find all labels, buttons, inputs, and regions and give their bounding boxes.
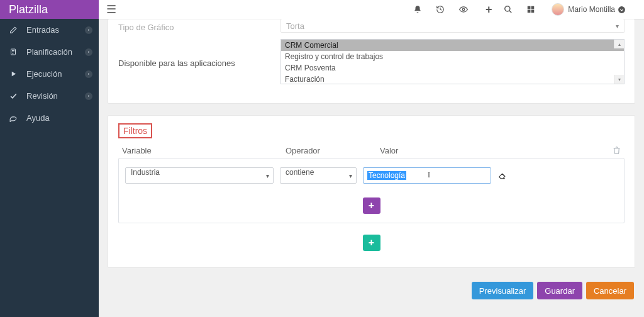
brand-text: Platzilla — [9, 3, 48, 16]
play-icon — [9, 70, 18, 79]
plus-icon: + — [369, 237, 374, 248]
tipo-grafico-select[interactable]: Torta — [280, 19, 625, 33]
sidebar-item-label: Entradas — [26, 25, 59, 35]
sidebar-item-ejecucion[interactable]: Ejecución › — [0, 63, 99, 85]
eye-icon[interactable] — [458, 5, 474, 14]
brand-logo: Platzilla — [0, 0, 99, 19]
filter-operator-select[interactable]: contiene — [280, 167, 357, 184]
notifications-icon[interactable] — [413, 5, 428, 14]
scroll-up-icon[interactable]: ▴ — [614, 40, 624, 48]
chevron-right-icon: › — [85, 92, 92, 100]
menu-toggle-icon[interactable]: ☰ — [106, 3, 116, 16]
svg-line-13 — [502, 174, 504, 175]
topbar: ☰ + Mario Montilla — [99, 0, 644, 19]
filters-panel: Filtros Variable Operador Valor Industri… — [108, 115, 635, 268]
plus-icon[interactable]: + — [481, 3, 496, 16]
sidebar-item-entradas[interactable]: Entradas › — [0, 19, 99, 41]
filter-row: Industria contiene Tecnología I — [125, 167, 618, 184]
svg-rect-8 — [528, 6, 531, 9]
scroll-down-icon[interactable]: ▾ — [614, 75, 624, 84]
file-icon — [9, 48, 18, 57]
content: Tipo de Gráfico Torta Disponible para la… — [99, 0, 644, 317]
svg-line-7 — [509, 11, 512, 13]
sidebar-item-ayuda[interactable]: Ayuda — [0, 107, 99, 129]
sidebar-item-label: Revisión — [26, 91, 58, 101]
username: Mario Montilla — [568, 5, 615, 14]
svg-point-6 — [505, 6, 510, 11]
chevron-right-icon: › — [85, 70, 92, 78]
filters-title: Filtros — [118, 123, 152, 138]
filters-header-row: Variable Operador Valor — [118, 146, 625, 158]
apps-option[interactable]: CRM Comercial — [281, 40, 624, 51]
filter-variable-select[interactable]: Industria — [125, 167, 274, 184]
add-filter-group-button[interactable]: + — [363, 235, 380, 251]
sidebar-item-planificacion[interactable]: Planificación › — [0, 41, 99, 63]
preview-button-label: Previsualizar — [479, 286, 526, 296]
footer-buttons: Previsualizar Guardar Cancelar — [108, 279, 635, 299]
filter-value-input[interactable]: Tecnología I — [363, 167, 491, 184]
preview-button[interactable]: Previsualizar — [472, 282, 533, 299]
cancel-button[interactable]: Cancelar — [586, 282, 634, 299]
history-icon[interactable] — [436, 5, 451, 14]
tipo-grafico-value: Torta — [286, 21, 304, 31]
disponible-label: Disponible para las aplicaciones — [118, 56, 268, 68]
sidebar-item-revision[interactable]: Revisión › — [0, 85, 99, 107]
plus-icon: + — [369, 200, 374, 211]
filter-value-text: Tecnología — [367, 171, 406, 180]
clear-value-icon[interactable] — [497, 172, 510, 180]
filter-rows-container: Industria contiene Tecnología I + — [118, 158, 625, 223]
edit-icon — [9, 26, 18, 35]
sidebar-item-label: Planificación — [26, 47, 72, 57]
svg-point-12 — [618, 6, 625, 13]
save-button-label: Guardar — [545, 286, 575, 296]
text-cursor-icon: I — [428, 170, 430, 180]
cancel-button-label: Cancelar — [594, 286, 626, 296]
filter-variable-value: Industria — [131, 168, 160, 177]
avatar[interactable] — [552, 3, 564, 16]
sidebar: Platzilla Entradas › Planificación › Eje… — [0, 0, 99, 317]
chevron-right-icon: › — [85, 48, 92, 56]
filters-header-variable: Variable — [122, 146, 286, 155]
grid-icon[interactable] — [526, 5, 541, 14]
add-filter-row-button[interactable]: + — [363, 197, 380, 214]
sidebar-item-label: Ejecución — [26, 69, 62, 79]
svg-marker-4 — [11, 72, 15, 76]
user-menu-caret-icon[interactable] — [618, 6, 633, 14]
svg-rect-10 — [528, 10, 531, 13]
apps-option[interactable]: Facturación — [281, 74, 624, 85]
search-icon[interactable] — [504, 5, 519, 14]
chart-settings-panel: Tipo de Gráfico Torta Disponible para la… — [108, 19, 635, 104]
trash-icon[interactable] — [613, 146, 621, 155]
svg-point-5 — [463, 8, 465, 11]
check-icon — [9, 92, 18, 101]
filters-header-operador: Operador — [286, 146, 380, 155]
svg-rect-11 — [531, 10, 535, 13]
filter-operator-value: contiene — [286, 168, 314, 177]
sidebar-item-label: Ayuda — [26, 113, 50, 123]
filters-header-valor: Valor — [380, 146, 569, 155]
tipo-grafico-label: Tipo de Gráfico — [118, 20, 268, 32]
chevron-right-icon: › — [85, 26, 92, 34]
save-button[interactable]: Guardar — [537, 282, 582, 299]
chat-icon — [9, 114, 18, 123]
apps-multiselect[interactable]: CRM Comercial Registro y control de trab… — [280, 39, 625, 84]
apps-option[interactable]: Registro y control de trabajos — [281, 51, 624, 62]
apps-option[interactable]: CRM Posventa — [281, 62, 624, 74]
svg-rect-9 — [531, 6, 535, 9]
